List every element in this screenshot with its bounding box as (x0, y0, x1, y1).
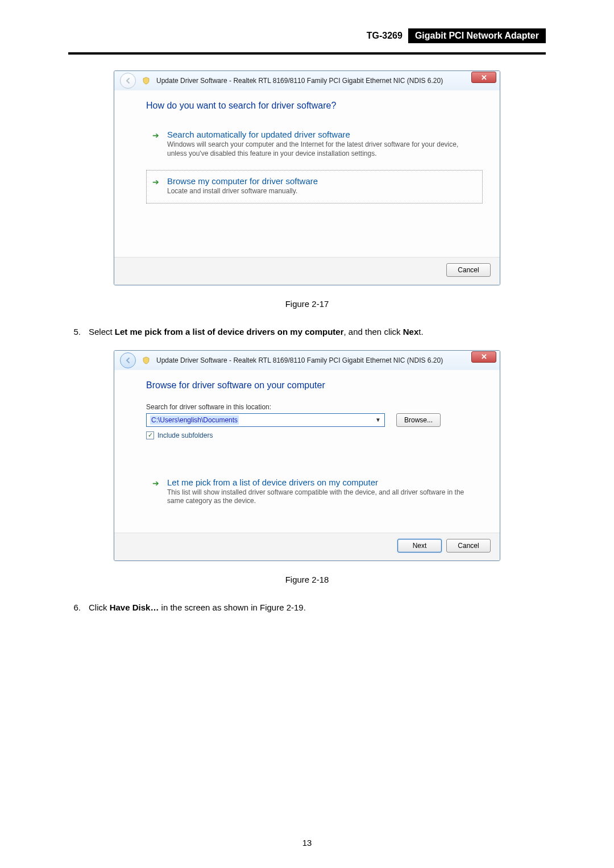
arrow-right-icon: ➔ (152, 130, 160, 158)
arrow-right-icon: ➔ (152, 477, 160, 506)
model-number: TG-3269 (361, 28, 408, 43)
dialog-footer: Next Cancel (114, 533, 500, 560)
figure-caption: Figure 2-17 (68, 299, 546, 309)
close-button[interactable]: ✕ (471, 72, 496, 83)
dialog-prompt: Browse for driver software on your compu… (146, 380, 483, 391)
step-5: 5. Select Let me pick from a list of dev… (68, 327, 546, 337)
step-number: 5. (68, 327, 81, 337)
product-name: Gigabit PCI Network Adapter (408, 28, 546, 43)
dialog-title: Update Driver Software - Realtek RTL 816… (156, 356, 466, 364)
document-header: TG-3269 Gigabit PCI Network Adapter (68, 28, 546, 51)
shield-icon (142, 356, 151, 365)
option-search-automatically[interactable]: ➔ Search automatically for updated drive… (146, 123, 483, 165)
step-number: 6. (68, 603, 81, 612)
browse-button[interactable]: Browse... (396, 413, 441, 427)
option-heading: Search automatically for updated driver … (167, 130, 473, 139)
option-description: Windows will search your computer and th… (167, 140, 473, 158)
shield-icon (142, 76, 151, 85)
step-text: Select Let me pick from a list of device… (89, 327, 424, 337)
page-number: 13 (0, 838, 614, 848)
path-value: C:\Users\english\Documents (150, 416, 239, 425)
path-combobox[interactable]: C:\Users\english\Documents ▼ (146, 413, 385, 427)
step-6: 6. Click Have Disk… in the screen as sho… (68, 603, 546, 612)
dialog-titlebar: Update Driver Software - Realtek RTL 816… (114, 71, 500, 90)
driver-dialog-search: Update Driver Software - Realtek RTL 816… (114, 70, 500, 285)
search-location-label: Search for driver software in this locat… (146, 403, 483, 411)
option-heading: Browse my computer for driver software (167, 176, 318, 186)
dialog-footer: Cancel (114, 257, 500, 285)
step-text: Click Have Disk… in the screen as shown … (89, 603, 306, 612)
cancel-button[interactable]: Cancel (446, 539, 491, 553)
option-description: Locate and install driver software manua… (167, 187, 318, 196)
dialog-titlebar: Update Driver Software - Realtek RTL 816… (114, 351, 500, 370)
include-subfolders-label: Include subfolders (157, 431, 213, 439)
cancel-button[interactable]: Cancel (446, 263, 491, 277)
header-rule (68, 52, 546, 55)
close-x-icon: ✕ (481, 353, 487, 360)
figure-caption: Figure 2-18 (68, 575, 546, 584)
close-x-icon: ✕ (481, 74, 487, 81)
option-browse-my-computer[interactable]: ➔ Browse my computer for driver software… (146, 170, 483, 203)
option-heading: Let me pick from a list of device driver… (167, 477, 473, 487)
next-button[interactable]: Next (397, 539, 442, 553)
option-let-me-pick[interactable]: ➔ Let me pick from a list of device driv… (146, 471, 483, 513)
dialog-prompt: How do you want to search for driver sof… (146, 101, 483, 111)
dialog-title: Update Driver Software - Realtek RTL 816… (156, 77, 466, 85)
chevron-down-icon: ▼ (375, 417, 381, 423)
back-button[interactable] (120, 352, 136, 368)
option-description: This list will show installed driver sof… (167, 488, 473, 506)
include-subfolders-checkbox[interactable]: ✓ (146, 431, 154, 439)
back-button[interactable] (120, 73, 136, 89)
close-button[interactable]: ✕ (471, 351, 496, 363)
driver-dialog-browse: Update Driver Software - Realtek RTL 816… (114, 350, 500, 561)
arrow-right-icon: ➔ (152, 176, 160, 196)
